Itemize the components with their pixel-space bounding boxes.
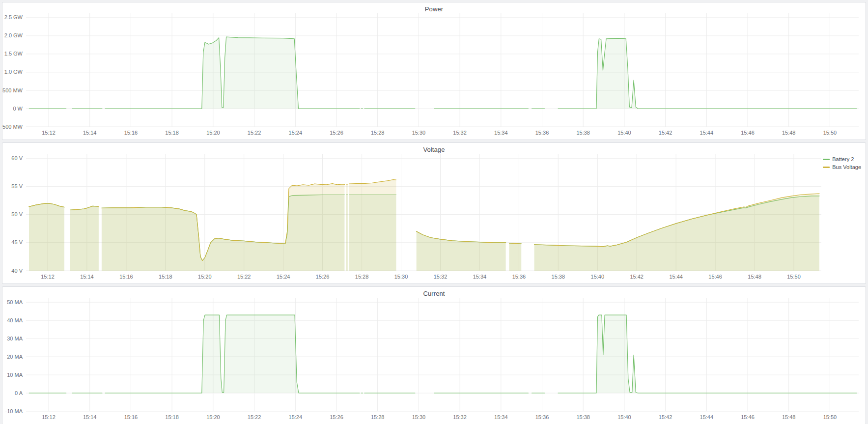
svg-text:15:18: 15:18 [159,274,172,280]
svg-text:50 MA: 50 MA [7,299,23,305]
svg-text:15:30: 15:30 [394,274,408,280]
svg-text:15:16: 15:16 [124,414,138,420]
svg-text:-10 MA: -10 MA [5,408,23,414]
svg-text:1.5 GW: 1.5 GW [4,51,23,57]
svg-text:15:28: 15:28 [371,414,385,420]
svg-text:0 A: 0 A [15,390,23,396]
svg-text:15:20: 15:20 [198,274,212,280]
svg-text:15:48: 15:48 [782,414,796,420]
svg-text:15:48: 15:48 [748,274,761,280]
svg-text:15:44: 15:44 [700,414,714,420]
svg-text:30 MA: 30 MA [7,336,23,341]
legend-item-bus-voltage[interactable]: Bus Voltage [823,164,861,170]
svg-text:15:12: 15:12 [42,130,56,136]
dashboard: Power 2.5 GW2.0 GW1.5 GW1.0 GW500 MW0 W-… [0,0,868,424]
svg-text:15:20: 15:20 [206,130,220,136]
power-panel-title[interactable]: Power [2,5,866,13]
svg-text:15:46: 15:46 [741,130,755,136]
svg-text:15:50: 15:50 [787,274,801,280]
svg-text:15:50: 15:50 [823,130,837,136]
svg-text:15:34: 15:34 [473,274,487,280]
svg-text:15:30: 15:30 [412,130,426,136]
svg-text:10 MA: 10 MA [7,372,23,378]
svg-text:15:34: 15:34 [494,130,508,136]
svg-text:15:44: 15:44 [700,130,714,136]
svg-text:15:36: 15:36 [535,130,549,136]
svg-text:50 V: 50 V [11,211,23,217]
legend-label-battery-2: Battery 2 [832,156,854,162]
svg-text:15:30: 15:30 [412,414,426,420]
svg-text:15:28: 15:28 [371,130,385,136]
bus-voltage-series-color-icon [823,167,830,168]
svg-text:15:36: 15:36 [512,274,526,280]
svg-text:40 MA: 40 MA [7,317,23,323]
svg-text:15:42: 15:42 [630,274,644,280]
svg-text:15:24: 15:24 [277,274,290,280]
svg-text:15:32: 15:32 [453,414,467,420]
svg-text:15:38: 15:38 [576,130,590,136]
current-chart[interactable]: 50 MA40 MA30 MA20 MA10 MA0 A-10 MA15:121… [2,287,866,423]
voltage-panel-title[interactable]: Voltage [2,146,866,153]
legend-label-bus-voltage: Bus Voltage [832,164,861,170]
power-chart[interactable]: 2.5 GW2.0 GW1.5 GW1.0 GW500 MW0 W-500 MW… [2,2,866,139]
svg-text:15:42: 15:42 [659,130,672,136]
svg-text:15:32: 15:32 [434,274,448,280]
svg-text:15:42: 15:42 [659,414,672,420]
svg-text:-500 MW: -500 MW [2,124,23,130]
svg-text:0 W: 0 W [13,106,23,112]
svg-text:15:12: 15:12 [41,274,55,280]
voltage-chart[interactable]: 60 V55 V50 V45 V40 V15:1215:1415:1615:18… [2,143,866,283]
power-panel: Power 2.5 GW2.0 GW1.5 GW1.0 GW500 MW0 W-… [2,2,866,140]
svg-text:15:14: 15:14 [83,414,97,420]
svg-text:15:26: 15:26 [316,274,330,280]
svg-text:15:34: 15:34 [494,414,508,420]
svg-text:15:36: 15:36 [535,414,549,420]
svg-text:45 V: 45 V [11,239,23,245]
svg-text:15:50: 15:50 [823,414,837,420]
svg-text:15:18: 15:18 [165,130,179,136]
svg-text:15:40: 15:40 [617,414,631,420]
svg-text:1.0 GW: 1.0 GW [4,69,23,75]
svg-text:15:18: 15:18 [165,414,179,420]
svg-text:15:16: 15:16 [124,130,138,136]
svg-text:40 V: 40 V [11,268,23,274]
svg-text:15:24: 15:24 [289,414,303,420]
svg-text:15:22: 15:22 [237,274,251,280]
svg-text:15:24: 15:24 [289,130,303,136]
current-panel: Current 50 MA40 MA30 MA20 MA10 MA0 A-10 … [2,286,866,424]
svg-text:15:22: 15:22 [248,130,261,136]
svg-text:2.0 GW: 2.0 GW [4,32,23,38]
svg-text:15:40: 15:40 [591,274,605,280]
svg-text:60 V: 60 V [11,155,23,161]
svg-text:15:32: 15:32 [453,130,467,136]
svg-text:15:22: 15:22 [248,414,261,420]
svg-text:15:44: 15:44 [669,274,683,280]
svg-text:15:20: 15:20 [206,414,220,420]
svg-text:15:46: 15:46 [741,414,755,420]
svg-text:500 MW: 500 MW [2,87,23,93]
svg-text:20 MA: 20 MA [7,354,23,360]
svg-text:55 V: 55 V [11,183,23,189]
svg-text:15:48: 15:48 [782,130,796,136]
svg-text:2.5 GW: 2.5 GW [4,14,23,20]
svg-text:15:26: 15:26 [330,130,343,136]
svg-text:15:14: 15:14 [80,274,94,280]
voltage-panel: Voltage 60 V55 V50 V45 V40 V15:1215:1415… [2,142,866,284]
voltage-legend: Battery 2 Bus Voltage [823,156,861,170]
current-panel-title[interactable]: Current [2,290,866,297]
svg-text:15:46: 15:46 [708,274,722,280]
svg-text:15:38: 15:38 [552,274,565,280]
svg-text:15:40: 15:40 [617,130,631,136]
svg-text:15:14: 15:14 [83,130,97,136]
legend-item-battery-2[interactable]: Battery 2 [823,156,861,162]
battery-2-series-color-icon [823,159,830,160]
svg-text:15:12: 15:12 [42,414,56,420]
svg-text:15:16: 15:16 [119,274,133,280]
svg-text:15:28: 15:28 [355,274,369,280]
svg-text:15:38: 15:38 [576,414,590,420]
svg-text:15:26: 15:26 [330,414,343,420]
